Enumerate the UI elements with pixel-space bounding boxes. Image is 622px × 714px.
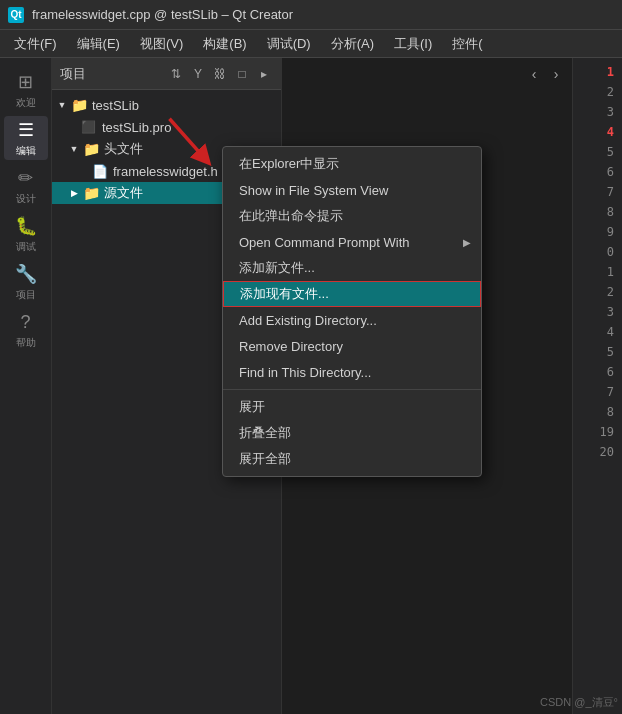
tree-item-pro[interactable]: ⬛ testSLib.pro [52,116,281,138]
title-bar: Qt framelesswidget.cpp @ testSLib – Qt C… [0,0,622,30]
line-num-7: 7 [573,182,622,202]
sidebar-edit[interactable]: ☰ 编辑 [4,116,48,160]
pro-file-icon: ⬛ [80,119,96,135]
context-menu: 在Explorer中显示 Show in File System View 在此… [222,146,482,477]
expand-arrow: ▼ [68,143,80,155]
line-num-15: 5 [573,342,622,362]
menu-build[interactable]: 构建(B) [193,31,256,57]
folder-icon: 📁 [83,141,99,157]
sidebar-debug-label: 调试 [16,240,36,254]
line-num-20: 20 [573,442,622,462]
line-num-8: 8 [573,202,622,222]
ctx-show-explorer[interactable]: 在Explorer中显示 [223,151,481,177]
line-num-16: 6 [573,362,622,382]
maximize-icon[interactable]: □ [233,65,251,83]
debug-icon: 🐛 [14,214,38,238]
folder-icon: 📁 [71,97,87,113]
sidebar-edit-label: 编辑 [16,144,36,158]
expand-arrow: ▶ [68,187,80,199]
menu-file[interactable]: 文件(F) [4,31,67,57]
line-num-1: 1 [573,62,622,82]
sidebar-debug[interactable]: 🐛 调试 [4,212,48,256]
ctx-find-in-dir[interactable]: Find in This Directory... [223,359,481,385]
welcome-icon: ⊞ [14,70,38,94]
line-num-4: 4 [573,122,622,142]
menu-bar: 文件(F) 编辑(E) 视图(V) 构建(B) 调试(D) 分析(A) 工具(I… [0,30,622,58]
panel-title: 项目 [60,65,86,83]
close-icon[interactable]: ▸ [255,65,273,83]
nav-forward[interactable]: › [546,64,566,84]
line-num-17: 7 [573,382,622,402]
sidebar-design-label: 设计 [16,192,36,206]
tree-label: framelesswidget.h [113,164,218,179]
sidebar-design[interactable]: ✏ 设计 [4,164,48,208]
panel-header: 项目 ⇅ Y ⛓ □ ▸ [52,58,281,90]
menu-analyze[interactable]: 分析(A) [321,31,384,57]
tree-label: 源文件 [104,184,143,202]
sort-icon[interactable]: ⇅ [167,65,185,83]
line-num-11: 1 [573,262,622,282]
line-num-9: 9 [573,222,622,242]
ctx-separator [223,389,481,390]
menu-edit[interactable]: 编辑(E) [67,31,130,57]
tree-item-root[interactable]: ▼ 📁 testSLib [52,94,281,116]
expand-arrow: ▼ [56,99,68,111]
line-num-2: 2 [573,82,622,102]
help-icon: ? [14,310,38,334]
line-num-19: 19 [573,422,622,442]
panel-header-icons: ⇅ Y ⛓ □ ▸ [167,65,273,83]
sidebar-welcome-label: 欢迎 [16,96,36,110]
watermark: CSDN @_清豆° [540,695,618,710]
ctx-show-filesystem[interactable]: Show in File System View [223,177,481,203]
project-icon: 🔧 [14,262,38,286]
content-area: 项目 ⇅ Y ⛓ □ ▸ ▼ 📁 testSLib ⬛ [52,58,622,714]
main-layout: ⊞ 欢迎 ☰ 编辑 ✏ 设计 🐛 调试 🔧 项目 ? 帮助 项目 [0,58,622,714]
line-num-6: 6 [573,162,622,182]
menu-view[interactable]: 视图(V) [130,31,193,57]
folder-teal-icon: 📁 [83,185,99,201]
editor-nav: ‹ › [520,58,570,90]
ctx-remove-directory[interactable]: Remove Directory [223,333,481,359]
tree-label: 头文件 [104,140,143,158]
title-bar-text: framelesswidget.cpp @ testSLib – Qt Crea… [32,7,293,22]
ctx-collapse-all[interactable]: 折叠全部 [223,420,481,446]
link-icon[interactable]: ⛓ [211,65,229,83]
line-num-12: 2 [573,282,622,302]
sidebar-help-label: 帮助 [16,336,36,350]
submenu-arrow: ▶ [463,237,471,248]
line-num-5: 5 [573,142,622,162]
ctx-add-existing-dir[interactable]: Add Existing Directory... [223,307,481,333]
ctx-expand[interactable]: 展开 [223,394,481,420]
ctx-add-existing-file[interactable]: 添加现有文件... [223,281,481,307]
line-numbers: 1 2 3 4 5 6 7 8 9 0 1 2 3 4 5 6 7 8 19 2… [572,58,622,714]
nav-back[interactable]: ‹ [524,64,544,84]
edit-icon: ☰ [14,118,38,142]
h-file-icon: 📄 [92,163,108,179]
filter-icon[interactable]: Y [189,65,207,83]
sidebar-project[interactable]: 🔧 项目 [4,260,48,304]
line-num-13: 3 [573,302,622,322]
design-icon: ✏ [14,166,38,190]
app-icon: Qt [8,7,24,23]
sidebar-project-label: 项目 [16,288,36,302]
tree-label: testSLib [92,98,139,113]
line-num-18: 8 [573,402,622,422]
line-num-3: 3 [573,102,622,122]
ctx-open-prompt[interactable]: 在此弹出命令提示 [223,203,481,229]
ctx-expand-all[interactable]: 展开全部 [223,446,481,472]
menu-widget[interactable]: 控件( [442,31,492,57]
menu-tools[interactable]: 工具(I) [384,31,442,57]
menu-debug[interactable]: 调试(D) [257,31,321,57]
ctx-open-prompt-with[interactable]: Open Command Prompt With ▶ [223,229,481,255]
tree-label: testSLib.pro [102,120,171,135]
line-num-14: 4 [573,322,622,342]
sidebar-help[interactable]: ? 帮助 [4,308,48,352]
ctx-add-new-file[interactable]: 添加新文件... [223,255,481,281]
line-num-10: 0 [573,242,622,262]
sidebar-welcome[interactable]: ⊞ 欢迎 [4,68,48,112]
left-sidebar: ⊞ 欢迎 ☰ 编辑 ✏ 设计 🐛 调试 🔧 项目 ? 帮助 [0,58,52,714]
